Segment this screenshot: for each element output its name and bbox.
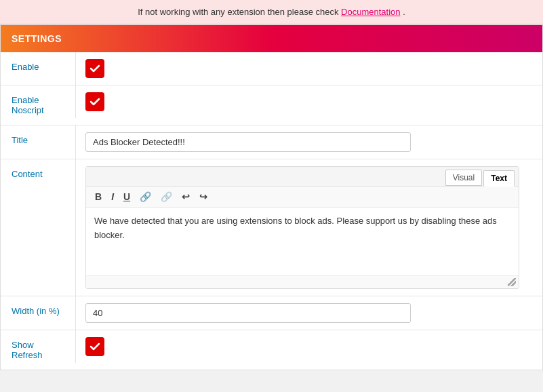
editor-tabs: Visual Text [86, 167, 519, 187]
row-width: Width (in %) [1, 296, 542, 330]
toolbar-undo[interactable]: ↩ [178, 190, 193, 203]
editor-resize-area [86, 275, 519, 288]
notice-text: If not working with any extension then p… [138, 7, 341, 17]
checkbox-enable[interactable] [85, 59, 104, 78]
title-input[interactable] [85, 132, 411, 152]
value-show-refresh [75, 330, 542, 363]
value-enable-noscript [75, 85, 542, 118]
value-content: Visual Text B I U 🔗 🔗 ↩ ↪ We have detect… [75, 159, 542, 296]
label-enable: Enable [1, 52, 75, 81]
editor-content-body[interactable]: We have detected that you are using exte… [86, 208, 519, 275]
checkmark-refresh-icon [89, 341, 100, 352]
value-title [75, 125, 542, 159]
label-enable-noscript: Enable Noscript [1, 85, 75, 125]
tab-visual[interactable]: Visual [445, 170, 482, 186]
editor-content-text: We have detected that you are using exte… [94, 216, 497, 240]
label-show-refresh: Show Refresh [1, 330, 75, 370]
toolbar-italic[interactable]: I [108, 190, 117, 203]
toolbar-link[interactable]: 🔗 [136, 190, 155, 203]
row-content: Content Visual Text B I U 🔗 🔗 ↩ ↪ [1, 159, 542, 296]
label-width: Width (in %) [1, 296, 75, 326]
checkbox-enable-noscript[interactable] [85, 92, 104, 111]
notice-suffix: . [403, 7, 405, 17]
settings-title: SETTINGS [12, 33, 62, 44]
row-enable: Enable [1, 52, 542, 85]
tab-text[interactable]: Text [483, 170, 515, 187]
editor-toolbar: B I U 🔗 🔗 ↩ ↪ [86, 187, 519, 208]
settings-panel: SETTINGS Enable Enable Noscript Title [0, 24, 543, 370]
label-title: Title [1, 125, 75, 155]
documentation-link[interactable]: Documentation [341, 7, 400, 17]
row-title: Title [1, 125, 542, 159]
toolbar-underline[interactable]: U [120, 190, 134, 203]
value-width [75, 296, 542, 330]
row-enable-noscript: Enable Noscript [1, 85, 542, 125]
toolbar-redo[interactable]: ↪ [196, 190, 211, 203]
width-input[interactable] [85, 303, 411, 323]
settings-header: SETTINGS [1, 25, 542, 52]
toolbar-unlink[interactable]: 🔗 [157, 190, 176, 203]
checkmark-icon [89, 63, 100, 74]
checkmark-noscript-icon [89, 96, 100, 107]
content-editor: Visual Text B I U 🔗 🔗 ↩ ↪ We have detect… [85, 166, 519, 289]
checkbox-show-refresh[interactable] [85, 337, 104, 356]
label-content: Content [1, 159, 75, 189]
row-show-refresh: Show Refresh [1, 330, 542, 370]
resize-handle-icon[interactable] [508, 278, 516, 286]
toolbar-bold[interactable]: B [92, 190, 105, 203]
value-enable [75, 52, 542, 85]
top-notice-bar: If not working with any extension then p… [0, 0, 543, 24]
